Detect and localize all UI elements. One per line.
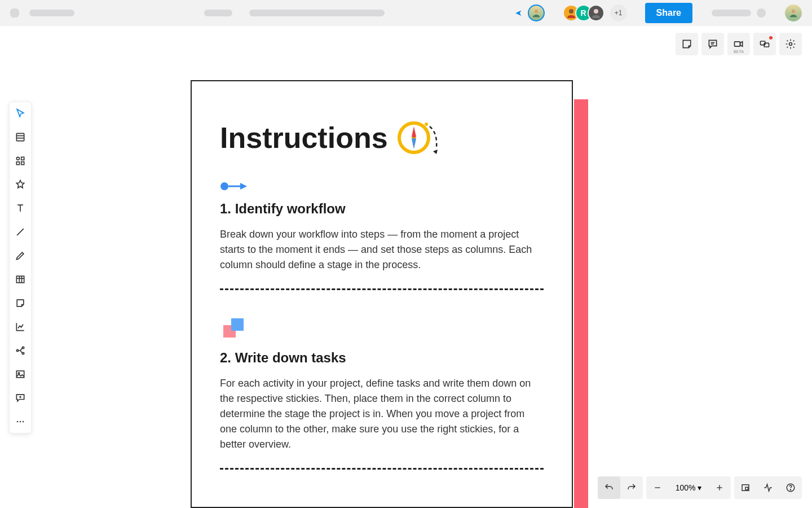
right-placeholder-1	[712, 10, 751, 16]
table-tool[interactable]	[14, 273, 27, 286]
svg-point-37	[220, 182, 228, 190]
beta-label: BETA	[734, 50, 744, 54]
title-placeholder-1	[204, 10, 232, 16]
svg-point-9	[789, 43, 792, 46]
svg-point-29	[17, 421, 19, 423]
comment-tool[interactable]	[14, 391, 27, 405]
sticky-tool[interactable]	[14, 296, 27, 310]
svg-rect-10	[16, 133, 24, 141]
collaborator-avatars[interactable]: R	[563, 5, 604, 21]
bottom-toolbar: 100% ▾	[598, 476, 802, 499]
note-button[interactable]	[676, 33, 698, 55]
section-1-body: Break down your workflow into steps — fr…	[220, 227, 544, 273]
svg-point-0	[535, 10, 538, 13]
map-button[interactable]	[734, 476, 757, 499]
more-tools[interactable]	[14, 415, 27, 428]
menu-placeholder[interactable]	[10, 8, 19, 17]
line-tool[interactable]	[14, 225, 27, 239]
compass-icon	[397, 121, 431, 155]
svg-rect-18	[16, 276, 24, 283]
zoom-in-button[interactable]	[708, 476, 731, 499]
instructions-frame[interactable]: Instructions 1. Identify workflow Break …	[191, 80, 573, 508]
undo-button[interactable]	[598, 476, 620, 499]
svg-rect-15	[16, 162, 19, 165]
video-button[interactable]: BETA	[727, 33, 750, 55]
svg-rect-16	[21, 162, 24, 165]
svg-marker-39	[240, 183, 247, 190]
svg-point-24	[22, 352, 24, 354]
svg-point-2	[594, 9, 598, 14]
section-1-heading: 1. Identify workflow	[220, 201, 544, 217]
svg-point-13	[16, 157, 19, 160]
templates-tool[interactable]	[14, 130, 27, 144]
svg-point-23	[22, 347, 24, 348]
chart-tool[interactable]	[14, 320, 27, 334]
svg-point-31	[23, 421, 24, 423]
activity-button[interactable]	[757, 476, 779, 499]
star-tool[interactable]	[14, 178, 27, 191]
left-tool-toolbar	[9, 102, 32, 433]
settings-button[interactable]	[779, 33, 802, 55]
help-button[interactable]	[779, 476, 802, 499]
section-divider	[220, 288, 544, 290]
section-2: 2. Write down tasks For each activity in…	[220, 317, 544, 470]
image-tool[interactable]	[14, 367, 27, 381]
presence-cursor-icon: ➤	[515, 8, 522, 18]
arrow-decoration-icon	[220, 182, 544, 191]
svg-rect-41	[231, 318, 244, 331]
svg-point-3	[792, 10, 795, 13]
svg-point-22	[16, 349, 18, 351]
svg-rect-46	[745, 487, 748, 490]
svg-rect-6	[735, 42, 740, 46]
title-placeholder-2	[249, 10, 385, 16]
section-divider	[220, 468, 544, 470]
zoom-out-button[interactable]	[646, 476, 669, 499]
svg-rect-14	[21, 157, 24, 160]
svg-point-36	[425, 122, 428, 126]
svg-point-30	[20, 421, 21, 423]
share-button[interactable]: Share	[645, 3, 692, 23]
canvas-accent-strip	[574, 99, 588, 508]
frame-title: Instructions	[220, 121, 388, 155]
top-bar: ➤ R +1 Share	[0, 0, 812, 26]
right-placeholder-2	[757, 8, 766, 17]
right-action-toolbar: BETA	[676, 33, 802, 55]
section-1: 1. Identify workflow Break down your wor…	[220, 182, 544, 290]
comment-button[interactable]	[701, 33, 724, 55]
pen-tool[interactable]	[14, 249, 27, 262]
breadcrumb-placeholder	[29, 10, 74, 16]
mindmap-tool[interactable]	[14, 344, 27, 357]
squares-decoration-icon	[220, 317, 544, 340]
redo-button[interactable]	[620, 476, 643, 499]
apps-tool[interactable]	[14, 154, 27, 168]
text-tool[interactable]	[14, 202, 27, 215]
section-2-heading: 2. Write down tasks	[220, 350, 544, 366]
zoom-level[interactable]: 100% ▾	[669, 483, 708, 492]
collaborator-avatar-3[interactable]	[588, 5, 604, 21]
svg-rect-25	[16, 371, 24, 378]
svg-point-48	[790, 489, 791, 490]
notification-dot	[769, 36, 773, 40]
avatar-current-user[interactable]	[528, 5, 545, 21]
section-2-body: For each activity in your project, defin…	[220, 376, 544, 452]
present-button[interactable]	[753, 33, 776, 55]
svg-line-17	[17, 229, 24, 235]
collaborator-overflow-count[interactable]: +1	[610, 5, 627, 21]
avatar-profile[interactable]	[785, 5, 802, 21]
svg-point-1	[569, 9, 573, 14]
select-tool[interactable]	[14, 107, 27, 120]
